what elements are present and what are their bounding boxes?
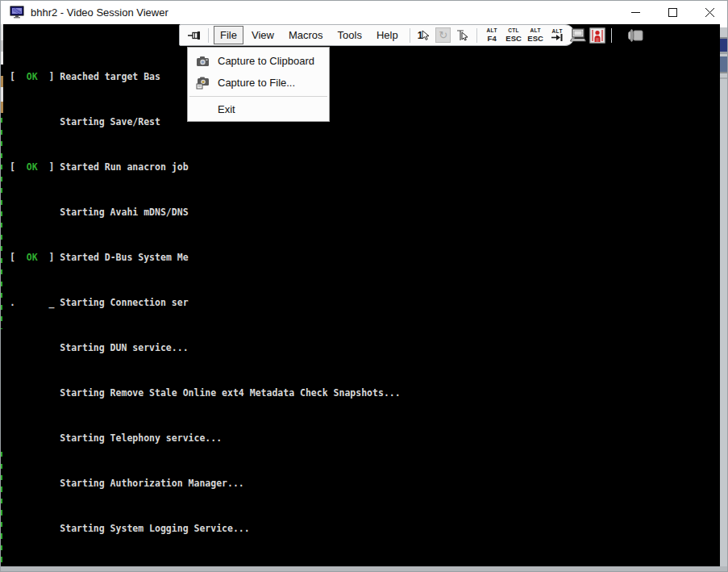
key-label-top: ALT (487, 28, 497, 34)
menu-item-label: Capture to Clipboard (218, 55, 314, 67)
menubar-item[interactable]: Tools (331, 26, 368, 44)
send-alt-f4-button[interactable]: ALT F4 (481, 26, 503, 44)
video-artifact-strip-left (0, 24, 3, 566)
key-label-bottom: ESC (505, 35, 522, 43)
menu-item-capture-to-clipboard[interactable]: Capture to Clipboard (188, 50, 329, 72)
menu-item-capture-to-file[interactable]: Capture to File... (188, 72, 329, 94)
virtual-media-button[interactable] (626, 26, 645, 44)
bracket-prefix: [ (10, 252, 27, 263)
key-label-top: ALT (530, 28, 541, 34)
user-session-icon (589, 27, 605, 44)
bracket-prefix (10, 207, 60, 218)
console-line-text: Starting Authorization Manager... (60, 478, 243, 489)
toolbar-separator (476, 28, 477, 43)
menubar-item[interactable]: View (245, 26, 281, 44)
app-icon (10, 6, 24, 19)
key-label-bottom: ESC (527, 35, 543, 43)
toolbar-separator (611, 28, 612, 43)
toolbar-separator (410, 28, 410, 43)
pin-toolbar-button[interactable] (185, 26, 204, 44)
console-line-text: Reached target Bas (60, 71, 160, 82)
computer-icon (570, 28, 586, 42)
menubar-item[interactable]: Macros (282, 26, 330, 44)
bracket-prefix (10, 523, 60, 534)
bracket-suffix: ] (38, 71, 60, 82)
camera-clipboard-icon (196, 55, 210, 68)
console-line: [ OK ] Started D-Bus System Me (10, 252, 720, 263)
menu-item-label: Exit (218, 103, 235, 115)
titlebar: bhhr2 - Video Session Viewer (0, 0, 728, 24)
bracket-prefix: [ (10, 161, 27, 173)
align-cursor-icon (456, 29, 469, 42)
send-alt-esc-button[interactable]: ALT ESC (525, 26, 547, 44)
key-label-top: CTL (508, 28, 519, 34)
console-line-text: Starting Save/Rest (60, 116, 160, 127)
console-line-text: Starting DUN service... (60, 342, 188, 353)
cursor-arrow-icon (421, 30, 430, 41)
console-line: Starting System Logging Service... (10, 523, 720, 534)
camera-file-icon (196, 77, 210, 90)
bracket-prefix (10, 116, 60, 127)
console-line: Starting Remove Stale Online ext4 Metada… (10, 387, 720, 399)
bracket-prefix (10, 387, 60, 399)
menubar-item[interactable]: File (214, 26, 243, 44)
send-alt-tab-button[interactable]: ALT (547, 26, 568, 44)
console-line: Starting Save/Rest (10, 116, 720, 127)
media-device-icon (626, 28, 644, 43)
session-toolbar: FileViewMacrosToolsHelp 1 ↻ ALT F4 CTL E… (179, 24, 575, 46)
window-bottom-border (0, 566, 728, 572)
file-menu-dropdown: Capture to Clipboard Capture to File... … (187, 47, 330, 122)
bracket-suffix: ] (38, 252, 60, 263)
console-line-text: Starting Remove Stale Online ext4 Metada… (60, 387, 400, 399)
console-line: . _ Starting Connection ser (10, 297, 720, 308)
minimize-button[interactable] (617, 0, 654, 24)
remote-console-button[interactable] (568, 26, 588, 44)
console-line: Starting Telephony service... (10, 432, 720, 444)
send-ctl-esc-button[interactable]: CTL ESC (503, 26, 525, 44)
console-line: Starting Avahi mDNS/DNS (10, 207, 720, 218)
menu-item-label: Capture to File... (218, 77, 295, 89)
align-cursor-button[interactable] (453, 26, 472, 44)
status-tag: OK (27, 71, 38, 82)
menubar: FileViewMacrosToolsHelp (213, 26, 406, 44)
refresh-button[interactable]: ↻ (434, 26, 453, 44)
bracket-prefix (10, 432, 60, 444)
status-tag: OK (27, 252, 38, 263)
bracket-prefix (10, 478, 60, 489)
console-line-text: Starting Telephony service... (60, 432, 222, 444)
console-output: [ OK ] Reached target Bas Starting Save/… (3, 24, 720, 566)
console-line-text: . _ Starting Connection ser (10, 297, 189, 308)
console-line-text: Started Run anacron job (60, 161, 188, 173)
session-user-button[interactable] (588, 26, 607, 44)
bracket-prefix: [ (10, 71, 27, 82)
close-button[interactable] (691, 0, 728, 24)
status-tag: OK (27, 161, 38, 173)
console-line: Starting Authorization Manager... (10, 478, 720, 489)
console-line-text: Started D-Bus System Me (60, 252, 188, 263)
console-line-text: Starting System Logging Service... (60, 523, 249, 534)
pushpin-icon (188, 30, 202, 41)
menu-separator (189, 96, 327, 97)
window-title: bhhr2 - Video Session Viewer (31, 6, 168, 19)
alt-tab-arrow-icon (551, 34, 563, 41)
bracket-suffix: ] (38, 161, 60, 173)
console-line: Starting DUN service... (10, 342, 720, 353)
maximize-button[interactable] (654, 0, 691, 24)
menubar-item[interactable]: Help (370, 26, 405, 44)
console-line: [ OK ] Started Run anacron job (10, 161, 720, 173)
bracket-prefix (10, 342, 60, 353)
key-label-bottom: F4 (488, 35, 497, 43)
console-line-text: Starting Avahi mDNS/DNS (60, 207, 188, 218)
refresh-icon: ↻ (435, 27, 451, 43)
console-line: [ OK ] Reached target Bas (10, 71, 720, 82)
video-artifact-strip-right (720, 24, 728, 566)
toolbar-separator (208, 28, 209, 43)
menu-item-exit[interactable]: Exit (188, 99, 329, 119)
single-cursor-button[interactable]: 1 (414, 26, 434, 44)
